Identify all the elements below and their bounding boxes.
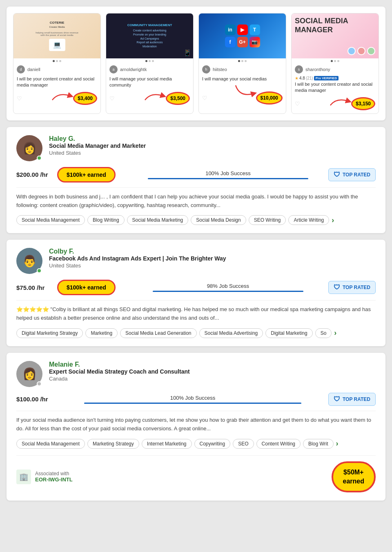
- melanie-skills-more[interactable]: ›: [336, 439, 339, 448]
- colby-location: United States: [49, 263, 376, 269]
- card2-user-row: a arnoldwrightk: [109, 65, 190, 73]
- associated-company-icon: 🏢: [16, 470, 31, 484]
- skill-melanie-seo[interactable]: SEO: [233, 439, 254, 449]
- service-card-3[interactable]: in ▶ T f G+ 📷 h hiitsteo I will mana: [198, 13, 286, 114]
- melanie-job-success-bar: [84, 403, 301, 404]
- colby-name: Colby F.: [49, 248, 376, 255]
- card2-arrow: [143, 90, 167, 102]
- haley-location: United States: [49, 150, 376, 156]
- melanie-header: 👩 Melanie F. Expert Social Media Strateg…: [16, 361, 376, 387]
- haley-title: Social Media Manager and Marketer: [49, 142, 376, 149]
- colby-shield-icon: 🛡: [334, 284, 340, 291]
- card2-phone: 📱: [183, 49, 192, 57]
- service-card-2[interactable]: COMMUNITY MANAGEMENT Create content adve…: [106, 13, 194, 114]
- melanie-job-success: 100% Job Success: [57, 395, 328, 404]
- skill-so[interactable]: So: [315, 328, 332, 338]
- haley-name: Haley G.: [49, 135, 376, 142]
- card-image-4: SOCIAL MEDIAMANAGER: [292, 13, 379, 58]
- colby-info: Colby F. Facebook Ads And Instagram Ads …: [49, 248, 376, 269]
- skill-melanie-content-writing[interactable]: Content Writing: [256, 439, 301, 449]
- melanie-location: Canada: [49, 376, 376, 382]
- melanie-info: Melanie F. Expert Social Media Strategy …: [49, 361, 376, 382]
- card1-tagline: helping small businesses drive revenuewi…: [36, 31, 78, 36]
- skill-article-writing[interactable]: Article Writing: [288, 215, 329, 225]
- melanie-shield-icon: 🛡: [334, 396, 340, 403]
- card3-heart-icon[interactable]: ♡: [202, 95, 207, 101]
- haley-header: 👩 Haley G. Social Media Manager and Mark…: [16, 135, 376, 161]
- skill-melanie-internet-mkt[interactable]: Internet Marketing: [142, 439, 192, 449]
- haley-online-indicator: [37, 156, 42, 160]
- melanie-associated-row: 🏢 Associated with EOR-IWG-INTL $50M+earn…: [16, 455, 376, 493]
- colby-earned-badge: $100k+ earned: [57, 280, 116, 295]
- haley-job-success-bar: [148, 178, 308, 179]
- card2-description: I will manage your social media communit…: [109, 76, 190, 89]
- card3-user-row: h hiitsteo: [202, 65, 283, 73]
- skill-sm-lead-gen[interactable]: Social Media Lead Generation: [120, 328, 196, 338]
- colby-top-rated-label: TOP RATED: [343, 285, 370, 290]
- skill-seo-writing[interactable]: SEO Writing: [249, 215, 286, 225]
- haley-info: Haley G. Social Media Manager and Market…: [49, 135, 376, 156]
- haley-skills-row: Social Media Management Blog Writing Soc…: [16, 215, 376, 225]
- skill-social-media-mgmt[interactable]: Social Media Management: [16, 215, 85, 225]
- melanie-top-rated-label: TOP RATED: [343, 396, 370, 402]
- associated-info: Associated with EOR-IWG-INTL: [35, 471, 73, 483]
- associated-label: Associated with: [35, 471, 73, 476]
- freelancer-card-haley: 👩 Haley G. Social Media Manager and Mark…: [7, 127, 385, 234]
- card1-price: $3,400: [73, 92, 97, 105]
- skill-melanie-copywriting[interactable]: Copywriting: [194, 439, 231, 449]
- colby-job-success-text: 98% Job Success: [128, 283, 328, 289]
- card2-footer: ♡ $3,500: [109, 92, 190, 105]
- card3-social-grid: in ▶ T f G+ 📷: [222, 21, 263, 51]
- card3-body: h hiitsteo I will manage your social med…: [199, 62, 286, 108]
- colby-bio: ⭐⭐⭐⭐⭐ "Colby is brilliant at all things …: [16, 305, 376, 323]
- colby-title: Facebook Ads And Instagram Ads Expert | …: [49, 255, 376, 262]
- melanie-top-rated: 🛡 TOP RATED: [328, 393, 376, 406]
- card-image-3: in ▶ T f G+ 📷: [199, 13, 286, 58]
- card1-heart-icon[interactable]: ♡: [17, 95, 22, 102]
- haley-bio: With degrees in both business and j... ,…: [16, 193, 376, 210]
- skill-social-media-design[interactable]: Social Media Design: [191, 215, 246, 225]
- colby-skills-row: Digital Marketing Strategy Marketing Soc…: [16, 328, 376, 338]
- service-card-4[interactable]: SOCIAL MEDIAMANAGER s sharonth: [291, 13, 379, 114]
- card1-footer: ♡ $3,400: [17, 92, 97, 105]
- melanie-stats-row: $100.00 /hr 100% Job Success 🛡 TOP RATED: [16, 393, 376, 411]
- card4-user-row: s sharonthony: [295, 65, 375, 73]
- skill-digital-marketing[interactable]: Digital Marketing Strategy: [16, 328, 83, 338]
- linkedin-icon: in: [225, 24, 236, 35]
- card4-username: sharonthony: [305, 67, 330, 72]
- card4-avatar: s: [295, 65, 303, 73]
- skill-marketing[interactable]: Marketing: [85, 328, 118, 338]
- service-card-1[interactable]: COTERIECreator Media helping small busin…: [13, 13, 101, 114]
- haley-skills-more[interactable]: ›: [332, 216, 334, 225]
- skill-melanie-blog-writ[interactable]: Blog Writ: [303, 439, 333, 449]
- card4-avatars: [295, 47, 375, 55]
- card4-arrow: [328, 95, 353, 107]
- colby-skills-more[interactable]: ›: [334, 329, 336, 337]
- card3-avatar: h: [202, 65, 210, 73]
- card1-body: d daniell I will be your content creator…: [13, 62, 100, 108]
- haley-job-success-text: 100% Job Success: [128, 170, 328, 176]
- instagram-icon: 📷: [249, 37, 260, 47]
- skill-melanie-marketing-strategy[interactable]: Marketing Strategy: [87, 439, 139, 449]
- haley-stats-row: $200.00 /hr $100k+ earned 100% Job Succe…: [16, 167, 376, 188]
- facebook-icon: f: [225, 37, 236, 47]
- skill-melanie-sm-mgmt[interactable]: Social Media Management: [16, 439, 85, 449]
- colby-online-indicator: [37, 268, 42, 273]
- skill-digital-marketing-2[interactable]: Digital Marketing: [265, 328, 312, 338]
- colby-stats-row: $75.00 /hr $100k+ earned 98% Job Success…: [16, 280, 376, 300]
- skill-sm-advertising[interactable]: Social Media Advertising: [199, 328, 263, 338]
- twitter-icon: T: [249, 24, 260, 35]
- card2-body: a arnoldwrightk I will manage your socia…: [106, 62, 193, 108]
- card2-heart-icon[interactable]: ♡: [109, 95, 115, 102]
- youtube-icon: ▶: [237, 24, 248, 35]
- card1-user-row: d daniell: [17, 65, 97, 73]
- melanie-avatar-container: 👩: [16, 361, 42, 387]
- card-image-2: COMMUNITY MANAGEMENT Create content adve…: [106, 13, 193, 58]
- card4-description: I will be your content creator and socia…: [295, 81, 375, 94]
- card4-heart-icon[interactable]: ♡: [295, 100, 300, 107]
- card2-username: arnoldwrightk: [120, 67, 147, 72]
- colby-job-success-bar: [153, 291, 303, 292]
- skill-blog-writing[interactable]: Blog Writing: [87, 215, 124, 225]
- skill-social-media-marketing[interactable]: Social Media Marketing: [127, 215, 189, 225]
- colby-job-success: 98% Job Success: [128, 283, 328, 292]
